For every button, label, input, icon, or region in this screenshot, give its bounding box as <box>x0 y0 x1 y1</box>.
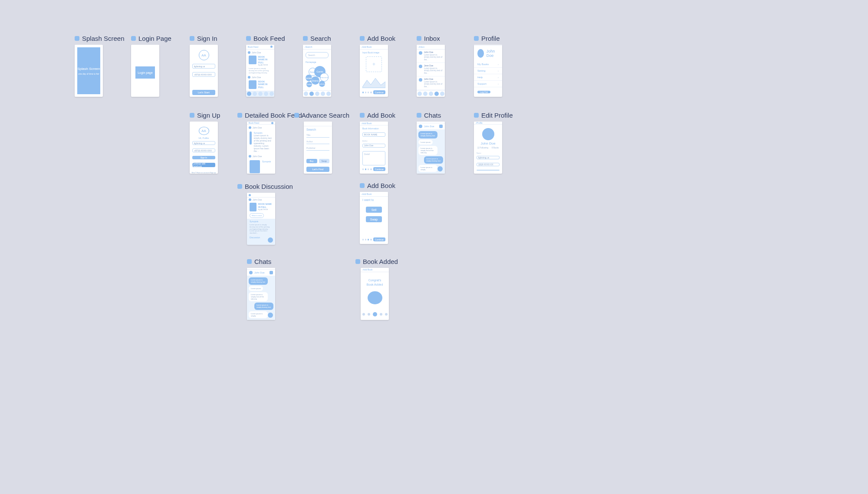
label-text: Sign In <box>197 35 217 42</box>
tabbar[interactable] <box>303 90 331 97</box>
screen-inbox[interactable]: Inbox John DoeLorem ipsum is simply dumm… <box>417 45 445 97</box>
fab-button[interactable] <box>268 313 273 318</box>
search-icon[interactable] <box>270 46 273 48</box>
back-icon[interactable] <box>249 194 251 196</box>
screen-editprofile[interactable]: Profile John Doe12 Following8 Books Name… <box>474 122 502 174</box>
book-thumb[interactable] <box>250 132 252 145</box>
detail-textarea[interactable]: Detail <box>362 151 385 165</box>
flow-canvas: Splash Screen Splash Screenone day of ti… <box>0 0 868 494</box>
label-text: Advance Search <box>302 112 349 119</box>
author-field[interactable]: Author <box>306 139 329 144</box>
nav-dots[interactable] <box>361 309 389 320</box>
label-text: Book Feed <box>253 35 285 42</box>
discussion-header <box>247 193 275 198</box>
addbook-header: Add Book <box>361 268 389 272</box>
badge-icon <box>246 36 251 41</box>
screen-signup[interactable]: AA Hi, Folks lightning.us +8716-XXXX-XXX… <box>190 122 218 174</box>
screen-splash[interactable]: Splash Screenone day of time to her <box>75 45 103 97</box>
advsearch-header <box>304 122 332 126</box>
name-input[interactable]: lightning.us <box>192 64 215 69</box>
node-search: Search Search Search Homepage Novel Comi… <box>303 35 331 97</box>
screen-addbook2[interactable]: Add Book Book Information BOOK NAME Auth… <box>360 122 388 174</box>
tabbar[interactable] <box>246 91 274 97</box>
inbox-item[interactable]: John DoeLorem ipsum is simply dummy text… <box>417 49 445 63</box>
screen-chats2[interactable]: John Doe Lorem ipsum is simply dummy tex… <box>247 268 275 320</box>
signup-link[interactable]: New? Have an account Sign up <box>190 171 218 174</box>
book-thumb[interactable] <box>249 80 256 89</box>
badge-icon <box>190 36 194 41</box>
screen-profile[interactable]: John Doe My BooksSettingHelpSupport Log … <box>474 45 502 97</box>
node-detailed: Detailed Book Feed Book Feed John Doe Sy… <box>237 112 302 174</box>
swap-toggle[interactable]: Swap <box>319 159 330 163</box>
book-thumb[interactable] <box>249 56 256 64</box>
badge-icon <box>303 36 308 41</box>
name-input[interactable]: lightning.us <box>192 141 215 145</box>
avatar-icon[interactable] <box>482 128 494 140</box>
facebook-button[interactable]: Continue with Facebook <box>192 163 215 167</box>
profile-menu-item[interactable]: Setting <box>474 68 502 74</box>
close-icon[interactable] <box>439 125 443 128</box>
swap-button[interactable]: Swap <box>366 216 382 222</box>
tabbar[interactable] <box>417 90 445 97</box>
node-addbook1: Add Book Add Book Input Book image + Con… <box>360 35 395 97</box>
screen-search[interactable]: Search Search Homepage Novel Comic Comed… <box>303 45 331 97</box>
book-thumb[interactable] <box>250 160 260 173</box>
search-icon[interactable] <box>271 122 273 124</box>
screen-addbook3[interactable]: Add Book I want to Sell Swap Continue <box>360 192 388 244</box>
name-input[interactable]: lightning.us <box>477 156 500 159</box>
label-text: Sign Up <box>197 112 220 119</box>
phone-input[interactable]: +8716-XXXX-XXX <box>192 72 215 77</box>
publisher-field[interactable]: Publisher <box>306 146 329 151</box>
screen-advsearch[interactable]: Search Title Author Publisher BuySwap Le… <box>304 122 332 174</box>
inbox-item[interactable]: Jane DoeLorem ipsum is simply dummy text… <box>417 63 445 76</box>
address-input[interactable] <box>477 170 500 171</box>
label-text: Chats <box>254 258 271 265</box>
profile-menu-item[interactable]: My Books <box>474 61 502 68</box>
continue-button[interactable]: Continue <box>373 167 385 171</box>
label-text: Add Book <box>367 35 395 42</box>
node-editprofile: Edit Profile Profile John Doe12 Followin… <box>474 112 513 174</box>
badge-icon <box>417 113 421 118</box>
buy-toggle[interactable]: Buy <box>306 159 317 163</box>
continue-button[interactable]: Continue <box>373 237 385 241</box>
detailed-header: Book Feed <box>247 122 275 125</box>
screen-signin[interactable]: AA lightning.us +8716-XXXX-XXX Let's Sta… <box>190 45 218 97</box>
phone-input[interactable]: +8716-XXXX-XXX <box>192 148 215 152</box>
bookname-input[interactable]: BOOK NAME <box>362 132 385 136</box>
fab-button[interactable] <box>268 237 273 243</box>
screen-chats[interactable]: John Doe Lorem ipsum is simply dummy tex… <box>417 122 445 174</box>
badge-icon <box>237 113 242 118</box>
find-button[interactable]: Let's Find <box>306 167 329 172</box>
badge-icon <box>247 259 252 264</box>
search-input[interactable]: Search <box>306 52 329 58</box>
signin-button[interactable]: Sign In <box>192 156 215 159</box>
author-input[interactable]: John Doe <box>362 144 385 148</box>
profile-menu-item[interactable]: Support <box>474 81 502 87</box>
book-thumb[interactable] <box>250 203 256 211</box>
inbox-header: Inbox <box>417 45 445 49</box>
node-chats2: Chats John Doe Lorem ipsum is simply dum… <box>247 258 275 320</box>
logout-button[interactable]: Log Out <box>477 91 490 93</box>
want-to-read-chip[interactable]: Want to read <box>250 213 264 218</box>
screen-discussion[interactable]: John Doe BOOK NAME IN FULLBy AUTHOR Want… <box>247 193 275 245</box>
screen-bookadded[interactable]: Add Book Congrat'sBook Added <box>361 268 389 320</box>
title-field[interactable]: Title <box>306 133 329 138</box>
avatar-icon <box>248 76 250 79</box>
node-signin: Sign In AA lightning.us +8716-XXXX-XXX L… <box>190 35 218 97</box>
sell-button[interactable]: Sell <box>366 207 382 213</box>
start-button[interactable]: Let's Start <box>192 90 215 95</box>
close-icon[interactable] <box>270 271 273 274</box>
avatar-icon <box>249 271 253 274</box>
phone-input[interactable]: 1818-XXXX-XX <box>477 163 500 166</box>
inbox-item[interactable]: John DoeLorem ipsum is simply dummy text… <box>417 76 445 90</box>
profile-menu-item[interactable]: Help <box>474 74 502 81</box>
continue-button[interactable]: Continue <box>373 90 385 94</box>
inbox-list[interactable]: John DoeLorem ipsum is simply dummy text… <box>417 49 445 90</box>
screen-login[interactable]: Login page <box>131 45 159 97</box>
screen-addbook1[interactable]: Add Book Input Book image + Continue <box>360 45 388 97</box>
fab-button[interactable] <box>437 166 443 171</box>
upload-area[interactable]: + <box>366 56 382 72</box>
screen-detailed[interactable]: Book Feed John Doe SynopsisLorem ipsum i… <box>247 122 275 174</box>
login-box[interactable]: Login page <box>135 66 155 79</box>
screen-feed[interactable]: Book Feed John Doe BOOK NAME IN FULLBy A… <box>246 45 274 97</box>
